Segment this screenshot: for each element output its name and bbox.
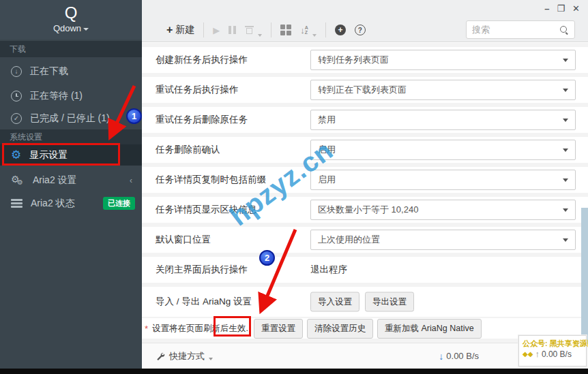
required-asterisk: * (145, 324, 148, 334)
chevron-down-icon (563, 178, 568, 182)
sidebar-section-system: 系统设置 (0, 129, 142, 144)
qdown-window: Q Qdown 下载 ↓ 正在下载 正在等待 (1) ✓ 已完成 / 已停止 (… (0, 0, 588, 374)
toolbar: +新建 ▶ ↓AZ + ? (166, 22, 366, 38)
app-header: Q Qdown (0, 0, 142, 40)
sidebar-item-label: 已完成 / 已停止 (1) (30, 112, 110, 125)
upload-speed: ◆◆ ↑ 0.00 B/s (523, 348, 583, 360)
setting-row-after-retry: 重试任务后执行操作 转到正在下载列表页面 (142, 77, 588, 103)
setting-label: 默认窗口位置 (156, 234, 211, 246)
sidebar-item-aria2-status[interactable]: Aria2 状态 已连接 (0, 192, 142, 215)
pause-task-icon[interactable] (229, 26, 236, 34)
watermark-decoration: ◆◆ (523, 348, 533, 360)
connected-status-badge: 已连接 (103, 197, 135, 210)
import-export-buttons: 导入设置 导出设置 (310, 292, 414, 312)
new-task-label: 新建 (175, 24, 194, 36)
sidebar-item-waiting[interactable]: 正在等待 (1) (0, 84, 142, 107)
view-grid-icon[interactable] (280, 25, 291, 35)
search-input[interactable] (472, 25, 559, 35)
sidebar-section-download: 下载 (0, 41, 142, 57)
wrench-icon (156, 352, 165, 361)
import-settings-button[interactable]: 导入设置 (310, 292, 359, 312)
setting-label: 创建新任务后执行操作 (156, 54, 248, 66)
pieces-info-select[interactable]: 区块数量小于等于 10,240 (310, 200, 576, 220)
setting-row-pieces-info: 任务详情页显示区块信息 区块数量小于等于 10,240 (142, 197, 588, 223)
gear-icon: ⚙ (11, 149, 21, 161)
wechat-account-label: 公众号: 黑共享资源圈 (523, 339, 583, 348)
gears-icon: ⚙⚙ (11, 174, 25, 187)
search-icon[interactable] (559, 25, 569, 35)
main-header: – ❐ ✕ +新建 ▶ ↓AZ + ? (142, 0, 588, 42)
setting-row-import-export: 导入 / 导出 AriaNg 设置 导入设置 导出设置 (142, 287, 588, 317)
chevron-down-icon (563, 59, 568, 62)
close-button[interactable]: ✕ (572, 4, 580, 14)
search-box (466, 20, 575, 39)
settings-panel: 创建新任务后执行操作 转到任务列表页面 重试任务后执行操作 转到正在下载列表页面… (142, 43, 588, 343)
sidebar-item-display-settings[interactable]: ⚙ 显示设置 (0, 144, 142, 166)
sidebar-item-label: 正在下载 (30, 65, 68, 78)
setting-row-after-create: 创建新任务后执行操作 转到任务列表页面 (142, 47, 588, 73)
sidebar-item-label: 正在等待 (1) (30, 90, 83, 102)
start-task-icon[interactable]: ▶ (213, 26, 220, 35)
sidebar-item-label: Aria2 状态 (31, 198, 75, 210)
toolbar-divider (203, 22, 204, 37)
export-settings-button[interactable]: 导出设置 (365, 292, 414, 312)
setting-label: 重试任务后删除原任务 (156, 114, 248, 126)
select-value: 上次使用的位置 (318, 234, 380, 246)
new-task-button[interactable]: +新建 (166, 24, 194, 36)
scrollbar-thumb[interactable] (581, 208, 588, 344)
upload-speed-value: 0.00 B/s (542, 348, 572, 360)
confirm-delete-select[interactable]: 启用 (310, 140, 576, 160)
sort-icon[interactable]: ↓AZ (300, 25, 308, 35)
setting-label: 导入 / 导出 AriaNg 设置 (156, 296, 252, 308)
chevron-down-icon (563, 119, 568, 122)
sidebar-item-label: Aria2 设置 (33, 174, 77, 187)
sidebar-item-label: 显示设置 (29, 149, 68, 161)
on-close-value: 退出程序 (310, 264, 347, 276)
chevron-down-icon (83, 28, 89, 31)
help-icon[interactable]: ? (355, 25, 366, 35)
sidebar-item-aria2-settings[interactable]: ⚙⚙ Aria2 设置 ‹ (0, 169, 142, 191)
setting-row-remove-old-on-retry: 重试任务后删除原任务 禁用 (142, 107, 588, 133)
remove-old-select[interactable]: 禁用 (310, 110, 576, 130)
sidebar-item-downloading[interactable]: ↓ 正在下载 (0, 60, 142, 82)
copy-prefix-select[interactable]: 启用 (310, 170, 576, 190)
clock-icon (11, 91, 22, 102)
reset-settings-button[interactable]: 重置设置 (254, 319, 303, 339)
after-retry-select[interactable]: 转到正在下载列表页面 (310, 80, 576, 100)
window-controls: – ❐ ✕ (544, 4, 580, 14)
select-value: 启用 (318, 174, 336, 186)
bottom-border (0, 369, 588, 374)
after-create-select[interactable]: 转到任务列表页面 (310, 50, 576, 70)
wechat-watermark-box: 公众号: 黑共享资源圈 ◆◆ ↑ 0.00 B/s (518, 335, 587, 367)
setting-row-on-close: 关闭主界面后执行操作 退出程序 (142, 257, 588, 283)
maximize-button[interactable]: ❐ (557, 4, 565, 14)
shortcuts-button[interactable]: 快捷方式 (156, 350, 213, 362)
clear-history-button[interactable]: 清除设置历史 (307, 319, 373, 339)
select-value: 区块数量小于等于 10,240 (318, 204, 418, 216)
sidebar-item-finished[interactable]: ✓ 已完成 / 已停止 (1) (0, 107, 142, 129)
download-speed: ↓ 0.00 B/s (439, 351, 479, 362)
delete-task-icon[interactable] (245, 25, 254, 35)
chevron-down-icon (209, 358, 213, 360)
setting-label: 重试任务后执行操作 (156, 84, 239, 96)
setting-row-window-position: 默认窗口位置 上次使用的位置 (142, 227, 588, 253)
select-value: 禁用 (318, 114, 336, 126)
setting-row-copy-prefix: 任务详情页复制时包括前缀 启用 (142, 167, 588, 193)
window-position-select[interactable]: 上次使用的位置 (310, 230, 576, 250)
chevron-left-icon[interactable]: ‹ (130, 176, 132, 185)
reload-native-button[interactable]: 重新加载 AriaNg Native (377, 319, 482, 339)
select-value: 启用 (318, 144, 336, 156)
upload-arrow-icon: ↑ (535, 348, 540, 360)
minimize-button[interactable]: – (544, 4, 549, 14)
chevron-down-icon (563, 238, 568, 242)
setting-label: 任务删除前确认 (156, 144, 220, 156)
shortcuts-label: 快捷方式 (169, 350, 205, 362)
sidebar: Q Qdown 下载 ↓ 正在下载 正在等待 (1) ✓ 已完成 / 已停止 (… (0, 0, 142, 369)
server-icon (11, 199, 23, 208)
add-circle-icon[interactable]: + (335, 25, 346, 35)
app-logo: Q (0, 3, 142, 23)
chevron-down-icon (312, 34, 317, 37)
setting-label: 关闭主界面后执行操作 (156, 264, 248, 276)
download-speed-value: 0.00 B/s (446, 351, 479, 361)
app-name[interactable]: Qdown (0, 23, 142, 34)
